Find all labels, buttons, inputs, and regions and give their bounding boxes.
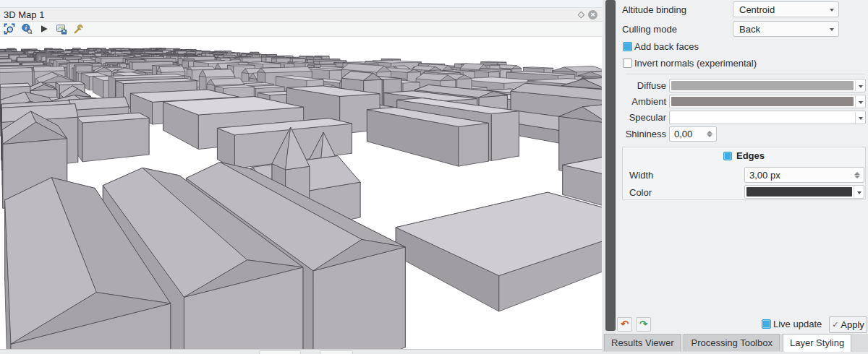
chevron-down-icon — [859, 117, 863, 120]
diffuse-color-swatch — [671, 81, 854, 90]
layer-styling-panel: Altitude binding Centroid Culling mode B… — [616, 0, 868, 334]
apply-button-label: Apply — [841, 319, 864, 330]
map-dock-title: 3D Map 1 — [4, 9, 44, 21]
identify-icon: i — [21, 23, 33, 35]
invert-normals-label: Invert normals (experimental) — [634, 58, 757, 69]
culling-mode-value: Back — [739, 23, 760, 35]
live-update-label: Live update — [773, 319, 822, 329]
edges-checkbox[interactable] — [723, 152, 732, 160]
ambient-label: Ambient — [616, 96, 666, 107]
float-dock-icon[interactable] — [578, 12, 585, 19]
diffuse-color-dropdown[interactable] — [856, 79, 865, 92]
altitude-binding-label: Altitude binding — [622, 4, 686, 15]
shininess-label: Shininess — [616, 129, 666, 139]
statusbar-widget — [259, 350, 301, 354]
divider — [626, 74, 865, 74]
play-icon — [38, 23, 50, 35]
shininess-spinbox[interactable]: 0,00 — [669, 126, 717, 142]
edges-group: Edges Width 3,00 px Color — [622, 147, 866, 200]
diffuse-label: Diffuse — [616, 80, 666, 91]
live-update-checkbox[interactable] — [762, 319, 771, 329]
panel-scrollbar-handle[interactable] — [605, 0, 616, 331]
identify-button[interactable]: i — [20, 22, 33, 36]
chevron-down-icon — [830, 28, 834, 31]
zoom-full-button[interactable] — [2, 22, 16, 36]
check-icon: ✓ — [832, 320, 838, 329]
edge-color-button[interactable] — [744, 185, 864, 199]
apply-button[interactable]: ✓ Apply — [829, 316, 867, 333]
map-toolbar: i — [0, 22, 603, 37]
save-image-icon — [56, 23, 67, 35]
chevron-down-icon — [830, 9, 834, 12]
tab-layer-styling[interactable]: Layer Styling — [783, 334, 851, 352]
animations-button[interactable] — [37, 22, 51, 36]
chevron-down-icon — [859, 85, 863, 88]
panel-scrollbar-track[interactable] — [603, 0, 616, 334]
diffuse-color-button[interactable] — [669, 79, 866, 92]
ambient-color-swatch — [671, 97, 854, 106]
top-strip — [0, 0, 604, 8]
edge-color-label: Color — [629, 187, 652, 198]
chevron-down-icon — [859, 101, 863, 104]
invert-normals-checkbox[interactable] — [623, 59, 632, 68]
chevron-down-icon — [857, 191, 861, 194]
culling-mode-label: Culling mode — [622, 24, 677, 35]
spinner-arrows-icon[interactable] — [854, 171, 860, 179]
close-icon[interactable]: ✕ — [588, 10, 597, 20]
bottom-tabbar: Results Viewer Processing Toolbox Layer … — [603, 334, 868, 352]
ambient-color-button[interactable] — [669, 95, 866, 108]
edge-width-label: Width — [629, 170, 653, 181]
undo-icon: ↶ — [621, 319, 629, 329]
add-back-faces-checkbox[interactable] — [623, 42, 632, 51]
statusbar-widget — [320, 350, 353, 354]
edges-group-title: Edges — [623, 150, 865, 161]
edges-title-label: Edges — [736, 150, 765, 161]
specular-color-dropdown[interactable] — [856, 111, 865, 124]
culling-mode-select[interactable]: Back — [733, 21, 839, 37]
altitude-binding-select[interactable]: Centroid — [733, 1, 839, 17]
tab-processing-toolbox[interactable]: Processing Toolbox — [684, 334, 780, 351]
map-dock-titlebar: 3D Map 1 ✕ — [0, 8, 603, 22]
map-3d-viewport[interactable] — [0, 37, 602, 349]
edge-color-swatch — [746, 187, 852, 197]
shininess-value: 0,00 — [674, 129, 692, 140]
save-image-button[interactable] — [54, 22, 68, 36]
redo-icon: ↷ — [639, 319, 647, 329]
altitude-binding-value: Centroid — [739, 4, 775, 16]
undo-button[interactable]: ↶ — [617, 317, 632, 332]
configure-button[interactable] — [72, 22, 85, 36]
edge-width-spinbox[interactable]: 3,00 px — [744, 167, 864, 183]
ambient-color-dropdown[interactable] — [856, 95, 865, 108]
qgis-window: 3D Map 1 ✕ i — [0, 0, 868, 354]
wrench-icon — [73, 23, 85, 35]
edge-width-value: 3,00 px — [749, 170, 780, 181]
redo-button[interactable]: ↷ — [636, 317, 651, 332]
zoom-full-icon — [4, 23, 15, 35]
add-back-faces-label: Add back faces — [634, 41, 699, 52]
tab-results-viewer[interactable]: Results Viewer — [604, 334, 681, 351]
spinner-arrows-icon[interactable] — [707, 130, 712, 138]
specular-color-swatch — [671, 113, 854, 122]
edge-color-dropdown[interactable] — [854, 186, 864, 198]
specular-color-button[interactable] — [669, 111, 866, 124]
specular-label: Specular — [616, 112, 666, 123]
